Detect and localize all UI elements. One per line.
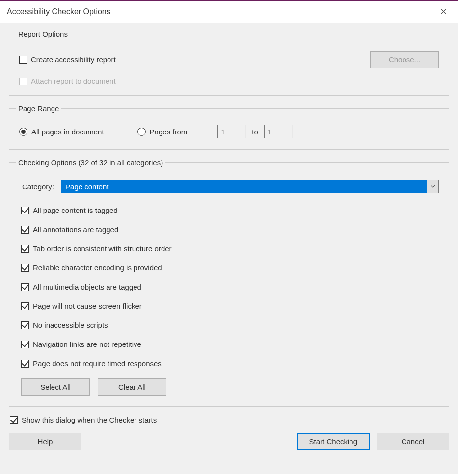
list-item: Navigation links are not repetitive [21, 340, 439, 348]
checking-options-group: Checking Options (32 of 32 in all catego… [9, 159, 449, 407]
pages-from-radio[interactable] [137, 128, 146, 136]
report-options-group: Report Options Create accessibility repo… [9, 30, 449, 96]
check-item-checkbox[interactable] [21, 360, 29, 368]
page-range-group: Page Range All pages in document Pages f… [9, 105, 449, 150]
attach-report-label: Attach report to document [31, 77, 116, 85]
start-checking-button[interactable]: Start Checking [297, 433, 370, 450]
close-icon[interactable]: ✕ [437, 6, 450, 17]
attach-report-checkbox [19, 78, 27, 85]
select-all-button[interactable]: Select All [21, 378, 90, 396]
list-item: All page content is tagged [21, 206, 439, 214]
list-item: No inaccessible scripts [21, 321, 439, 329]
category-combobox[interactable]: Page content [61, 180, 439, 193]
clear-all-button[interactable]: Clear All [98, 378, 166, 396]
check-item-label: Tab order is consistent with structure o… [33, 244, 172, 253]
show-dialog-checkbox[interactable] [10, 416, 18, 424]
check-item-label: All page content is tagged [33, 206, 118, 214]
check-item-label: All annotations are tagged [33, 225, 118, 234]
list-item: Page will not cause screen flicker [21, 302, 439, 310]
create-report-checkbox[interactable] [19, 56, 27, 64]
list-item: All multimedia objects are tagged [21, 283, 439, 291]
page-range-legend: Page Range [16, 105, 61, 113]
check-item-label: Navigation links are not repetitive [33, 340, 141, 348]
all-pages-radio[interactable] [19, 128, 27, 136]
check-item-checkbox[interactable] [21, 283, 29, 291]
category-value: Page content [61, 180, 427, 193]
check-item-checkbox[interactable] [21, 245, 29, 253]
check-item-checkbox[interactable] [21, 226, 29, 234]
to-label: to [252, 128, 258, 136]
all-pages-label: All pages in document [31, 128, 104, 136]
pages-from-label: Pages from [150, 128, 188, 136]
choose-button[interactable]: Choose... [370, 51, 439, 68]
check-item-label: Page does not require timed responses [33, 359, 162, 368]
page-to-input[interactable] [264, 125, 293, 138]
check-item-checkbox[interactable] [21, 302, 29, 310]
dialog-title: Accessibility Checker Options [7, 7, 110, 16]
check-item-checkbox[interactable] [21, 264, 29, 272]
list-item: Reliable character encoding is provided [21, 264, 439, 272]
dialog-body: Report Options Create accessibility repo… [0, 23, 458, 474]
check-item-checkbox[interactable] [21, 321, 29, 329]
help-button[interactable]: Help [9, 433, 81, 450]
footer: Help Start Checking Cancel [9, 433, 449, 450]
titlebar: Accessibility Checker Options ✕ [0, 1, 458, 23]
check-item-label: Reliable character encoding is provided [33, 264, 162, 272]
check-item-label: Page will not cause screen flicker [33, 302, 142, 310]
cancel-button[interactable]: Cancel [377, 433, 449, 450]
check-item-label: No inaccessible scripts [33, 321, 108, 329]
check-item-checkbox[interactable] [21, 341, 29, 348]
check-item-label: All multimedia objects are tagged [33, 283, 141, 291]
list-item: Page does not require timed responses [21, 359, 439, 368]
page-from-input[interactable] [217, 125, 246, 138]
list-item: All annotations are tagged [21, 225, 439, 234]
show-dialog-label: Show this dialog when the Checker starts [22, 416, 157, 424]
category-label: Category: [22, 183, 54, 191]
create-report-label: Create accessibility report [31, 55, 116, 64]
chevron-down-icon[interactable] [427, 180, 438, 193]
list-item: Tab order is consistent with structure o… [21, 244, 439, 253]
check-item-checkbox[interactable] [21, 207, 29, 214]
checking-options-legend: Checking Options (32 of 32 in all catego… [16, 159, 165, 167]
report-options-legend: Report Options [16, 30, 70, 38]
check-list: All page content is tagged All annotatio… [21, 206, 439, 368]
